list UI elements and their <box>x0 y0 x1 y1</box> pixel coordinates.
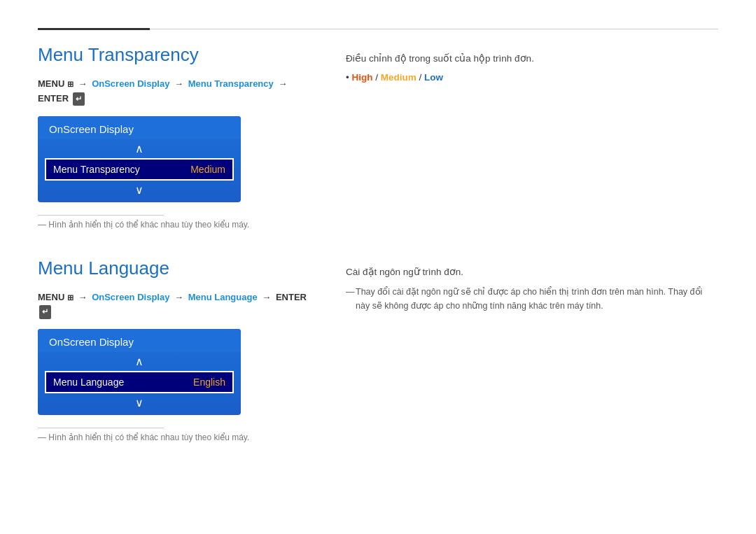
osd-row-2: Menu Language English <box>45 371 234 393</box>
breadcrumb-link2: Menu Transparency <box>188 78 274 89</box>
note-text-2: Hình ảnh hiển thị có thể khác nhau tùy t… <box>48 433 249 442</box>
osd-row-label-1: Menu Transparency <box>53 164 140 175</box>
section2-title: Menu Language <box>38 258 318 279</box>
option-low-text: Low <box>424 72 443 83</box>
option-medium-text: Medium <box>381 72 416 83</box>
section1-desc-main: Điều chỉnh độ trong suốt của hộp trình đ… <box>346 51 718 66</box>
osd-chevron-up-1 <box>38 139 241 158</box>
osd-header-2: OnScreen Display <box>38 329 241 352</box>
section1-breadcrumb: MENU ⊞ → OnScreen Display → Menu Transpa… <box>38 77 318 106</box>
section1-left: Menu Transparency MENU ⊞ → OnScreen Disp… <box>38 44 318 237</box>
section1-note: ― Hình ảnh hiển thị có thể khác nhau tùy… <box>38 220 318 230</box>
osd-row-1: Menu Transparency Medium <box>45 158 234 181</box>
osd-chevron-down-1 <box>38 181 241 202</box>
osd-chevron-up-2 <box>38 352 241 371</box>
menu-icon: ⊞ <box>67 80 74 88</box>
section2-desc-main: Cài đặt ngôn ngữ trình đơn. <box>346 267 463 277</box>
section1-title: Menu Transparency <box>38 44 318 66</box>
section1-right: Điều chỉnh độ trong suốt của hộp trình đ… <box>346 44 718 237</box>
section2-left: Menu Language MENU ⊞ → OnScreen Display … <box>38 258 318 450</box>
chevron-up-icon-2 <box>135 355 144 368</box>
chevron-down-icon-1 <box>135 183 144 197</box>
osd-row-value-1: Medium <box>190 164 225 175</box>
top-divider <box>38 28 718 30</box>
section2-desc: Cài đặt ngôn ngữ trình đơn. Thay đổi cài… <box>346 265 718 313</box>
osd-header-1: OnScreen Display <box>38 116 241 139</box>
breadcrumb2-enter: ENTER <box>276 292 307 302</box>
option-high: High / Medium / Low <box>346 72 718 83</box>
section1-divider <box>38 215 164 216</box>
divider-left <box>38 28 150 30</box>
section2-desc-note: Thay đổi cài đặt ngôn ngữ sẽ chỉ được áp… <box>346 285 718 313</box>
osd-chevron-down-2 <box>38 393 241 415</box>
breadcrumb-arrow3: → <box>278 78 287 89</box>
chevron-up-icon-1 <box>135 142 144 155</box>
breadcrumb-arrow2: → <box>174 78 186 89</box>
section2-breadcrumb: MENU ⊞ → OnScreen Display → Menu Languag… <box>38 290 318 320</box>
menu-icon-2: ⊞ <box>67 293 74 302</box>
enter-key-icon-2: ↵ <box>39 305 51 319</box>
note-text-1: Hình ảnh hiển thị có thể khác nhau tùy t… <box>48 220 249 230</box>
section2-right: Cài đặt ngôn ngữ trình đơn. Thay đổi cài… <box>346 258 718 450</box>
enter-key-icon: ↵ <box>73 92 85 106</box>
section-menu-transparency: Menu Transparency MENU ⊞ → OnScreen Disp… <box>38 44 718 237</box>
breadcrumb2-link1: OnScreen Display <box>92 292 169 302</box>
breadcrumb-menu: MENU ⊞ <box>38 78 74 89</box>
option-sep2: / <box>419 72 425 83</box>
breadcrumb2-arrow1: → <box>78 292 90 302</box>
section2-divider <box>38 428 164 428</box>
osd-box-1: OnScreen Display Menu Transparency Mediu… <box>38 116 241 202</box>
breadcrumb-arrow1: → <box>78 78 90 89</box>
breadcrumb-link1: OnScreen Display <box>92 78 169 89</box>
note-dash-1: ― <box>38 220 48 230</box>
section-menu-language: Menu Language MENU ⊞ → OnScreen Display … <box>38 258 718 450</box>
breadcrumb2-arrow3: → <box>262 292 274 302</box>
page-container: Menu Transparency MENU ⊞ → OnScreen Disp… <box>0 0 756 449</box>
note-dash-2: ― <box>38 433 48 442</box>
breadcrumb2-link2: Menu Language <box>188 292 258 302</box>
section2-note: ― Hình ảnh hiển thị có thể khác nhau tùy… <box>38 433 318 442</box>
breadcrumb-enter: ENTER <box>38 93 71 104</box>
divider-right <box>150 29 718 29</box>
osd-row-value-2: English <box>193 377 225 388</box>
option-sep1: / <box>375 72 381 83</box>
breadcrumb2-menu: MENU ⊞ <box>38 292 74 302</box>
osd-box-2: OnScreen Display Menu Language English <box>38 329 241 415</box>
option-high-text: High <box>351 72 372 83</box>
breadcrumb2-arrow2: → <box>174 292 186 302</box>
chevron-down-icon-2 <box>135 396 144 409</box>
section1-options: High / Medium / Low <box>346 72 718 83</box>
osd-row-label-2: Menu Language <box>53 377 124 388</box>
